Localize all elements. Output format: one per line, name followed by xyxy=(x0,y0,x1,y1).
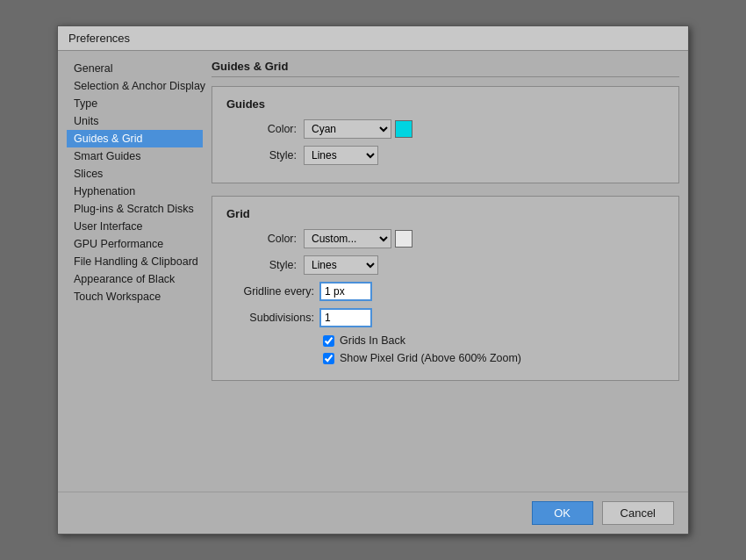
show-pixel-grid-label: Show Pixel Grid (Above 600% Zoom) xyxy=(340,352,521,364)
section-title: Guides & Grid xyxy=(212,60,679,73)
grid-color-label: Color: xyxy=(226,233,297,245)
content-area: Guides & Grid Guides Color: Cyan Style: … xyxy=(212,60,679,483)
guides-panel-title: Guides xyxy=(226,97,664,111)
gridline-label: Gridline every: xyxy=(226,285,314,298)
sidebar-item-appearance-black[interactable]: Appearance of Black xyxy=(67,270,203,288)
grid-panel: Grid Color: Custom... Style: Lines Dashe… xyxy=(212,196,679,381)
grid-color-row: Color: Custom... xyxy=(226,229,664,248)
guides-style-row: Style: Lines Dashed Lines xyxy=(226,146,664,165)
sidebar-item-selection-anchor[interactable]: Selection & Anchor Display xyxy=(67,77,203,95)
grid-style-row: Style: Lines Dashed Lines Dots xyxy=(226,255,664,275)
sidebar-item-touch-workspace[interactable]: Touch Workspace xyxy=(67,288,203,305)
guides-color-swatch[interactable] xyxy=(395,120,412,138)
grid-panel-title: Grid xyxy=(226,207,664,220)
subdivisions-label: Subdivisions: xyxy=(226,312,314,324)
cancel-button[interactable]: Cancel xyxy=(602,501,674,525)
sidebar-item-user-interface[interactable]: User Interface xyxy=(67,218,203,235)
sidebar-item-slices[interactable]: Slices xyxy=(67,165,203,183)
grid-color-swatch[interactable] xyxy=(395,230,412,248)
sidebar-item-smart-guides[interactable]: Smart Guides xyxy=(67,147,203,165)
guides-color-row: Color: Cyan xyxy=(226,119,664,139)
grids-in-back-checkbox[interactable] xyxy=(323,335,334,347)
sidebar-item-gpu[interactable]: GPU Performance xyxy=(67,235,203,253)
subdivisions-input[interactable] xyxy=(319,308,372,327)
guides-color-select[interactable]: Cyan xyxy=(304,119,391,139)
sidebar-item-guides-grid[interactable]: Guides & Grid xyxy=(67,130,203,147)
gridline-row: Gridline every: xyxy=(226,282,664,301)
sidebar-item-plugins[interactable]: Plug-ins & Scratch Disks xyxy=(67,200,203,218)
show-pixel-grid-row: Show Pixel Grid (Above 600% Zoom) xyxy=(323,352,664,364)
preferences-dialog: Preferences General Selection & Anchor D… xyxy=(57,25,689,535)
guides-style-label: Style: xyxy=(226,149,297,162)
grids-in-back-row: Grids In Back xyxy=(323,334,664,347)
sidebar-item-file-handling[interactable]: File Handling & Clipboard xyxy=(67,253,203,270)
sidebar-item-units[interactable]: Units xyxy=(67,112,203,130)
sidebar: General Selection & Anchor Display Type … xyxy=(67,60,203,483)
guides-style-select[interactable]: Lines Dashed Lines xyxy=(304,146,378,165)
section-divider xyxy=(212,76,679,77)
show-pixel-grid-checkbox[interactable] xyxy=(323,353,334,364)
grid-style-label: Style: xyxy=(226,259,297,271)
dialog-body: General Selection & Anchor Display Type … xyxy=(58,51,688,492)
dialog-footer: OK Cancel xyxy=(58,492,688,534)
grid-color-select[interactable]: Custom... xyxy=(304,229,391,248)
guides-color-label: Color: xyxy=(226,123,297,135)
dialog-title: Preferences xyxy=(68,32,130,45)
gridline-input[interactable] xyxy=(319,282,372,301)
dialog-title-bar: Preferences xyxy=(58,26,688,51)
ok-button[interactable]: OK xyxy=(532,501,593,525)
sidebar-item-general[interactable]: General xyxy=(67,60,203,77)
subdivisions-row: Subdivisions: xyxy=(226,308,664,327)
grids-in-back-label: Grids In Back xyxy=(340,334,405,347)
sidebar-item-hyphenation[interactable]: Hyphenation xyxy=(67,183,203,200)
sidebar-item-type[interactable]: Type xyxy=(67,95,203,112)
grid-style-select[interactable]: Lines Dashed Lines Dots xyxy=(304,255,378,275)
guides-panel: Guides Color: Cyan Style: Lines Dashed L… xyxy=(212,86,679,183)
